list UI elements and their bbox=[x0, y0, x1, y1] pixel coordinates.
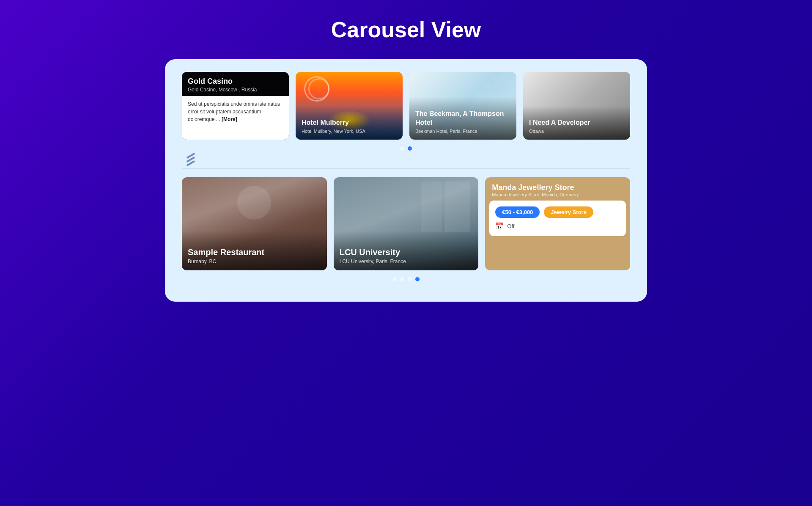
jewelry-header: Manda Jewellery Store Manda Jewellery St… bbox=[485, 177, 630, 201]
top-dot-1[interactable] bbox=[400, 146, 404, 151]
jewelry-tags: €50 - €3,000 Jewelry Store bbox=[495, 206, 620, 218]
jewelry-status: 📅 Off bbox=[495, 222, 620, 230]
jewelry-price-tag: €50 - €3,000 bbox=[495, 206, 540, 218]
top-cards-row: Gold Casino Gold Casino, Moscow , Russia… bbox=[182, 72, 630, 140]
bottom-dot-2[interactable] bbox=[400, 277, 404, 281]
card-beekman-overlay: The Beekman, A Thompson Hotel Beekman Ho… bbox=[409, 97, 516, 140]
bottom-cards-row: Sample Restaurant Burnaby, BC LCU Univer… bbox=[182, 177, 630, 270]
card-jewelry[interactable]: Manda Jewellery Store Manda Jewellery St… bbox=[485, 177, 630, 270]
card-developer-overlay: I Need A Developer Ottawa bbox=[523, 106, 630, 140]
card-gold-header: Gold Casino Gold Casino, Moscow , Russia bbox=[182, 72, 289, 96]
card-beekman[interactable]: The Beekman, A Thompson Hotel Beekman Ho… bbox=[409, 72, 516, 140]
card-university-overlay: LCU University LCU University, Paris, Fr… bbox=[334, 231, 479, 270]
bottom-dot-4[interactable] bbox=[415, 277, 420, 281]
card-university[interactable]: LCU University LCU University, Paris, Fr… bbox=[334, 177, 479, 270]
decorative-lines bbox=[186, 155, 630, 164]
card-beekman-title: The Beekman, A Thompson Hotel bbox=[415, 110, 510, 127]
bottom-carousel-section: Sample Restaurant Burnaby, BC LCU Univer… bbox=[182, 177, 630, 281]
card-hotel-overlay: Hotel Mulberry Hotel Mullbery, New York,… bbox=[296, 106, 403, 140]
jewelry-body: €50 - €3,000 Jewelry Store 📅 Off bbox=[489, 201, 626, 236]
top-carousel-dots bbox=[182, 146, 630, 151]
card-beekman-subtitle: Beekman Hotel, Paris, France bbox=[415, 129, 510, 134]
page-title: Carousel View bbox=[331, 17, 481, 42]
card-hotel-title: Hotel Mulberry bbox=[302, 118, 397, 127]
card-gold-subtitle: Gold Casino, Moscow , Russia bbox=[188, 87, 283, 93]
jewelry-title: Manda Jewellery Store bbox=[492, 183, 623, 192]
card-gold-title: Gold Casino bbox=[188, 77, 283, 86]
jewelry-subtitle: Manda Jewellery Store, Munich, Germany bbox=[492, 192, 623, 197]
jewelry-category-tag: Jewelry Store bbox=[544, 206, 593, 218]
card-university-subtitle: LCU University, Paris, France bbox=[340, 258, 473, 264]
card-gold-casino[interactable]: Gold Casino Gold Casino, Moscow , Russia… bbox=[182, 72, 289, 140]
card-restaurant-title: Sample Restaurant bbox=[188, 248, 321, 257]
card-university-title: LCU University bbox=[340, 248, 473, 257]
top-dot-2[interactable] bbox=[408, 146, 412, 151]
section-divider bbox=[182, 168, 630, 169]
card-gold-more[interactable]: [More] bbox=[222, 116, 237, 122]
carousel-container: Gold Casino Gold Casino, Moscow , Russia… bbox=[165, 59, 647, 302]
jewelry-status-text: Off bbox=[507, 223, 514, 229]
card-hotel-subtitle: Hotel Mullbery, New York, USA bbox=[302, 129, 397, 134]
card-hotel-mulberry[interactable]: Hotel Mulberry Hotel Mullbery, New York,… bbox=[296, 72, 403, 140]
card-developer-title: I Need A Developer bbox=[529, 118, 624, 127]
card-restaurant-subtitle: Burnaby, BC bbox=[188, 258, 321, 264]
card-developer[interactable]: I Need A Developer Ottawa bbox=[523, 72, 630, 140]
card-developer-subtitle: Ottawa bbox=[529, 129, 624, 134]
top-carousel-section: Gold Casino Gold Casino, Moscow , Russia… bbox=[182, 72, 630, 164]
bottom-dot-1[interactable] bbox=[392, 277, 397, 281]
bottom-carousel-dots bbox=[182, 277, 630, 281]
card-restaurant-overlay: Sample Restaurant Burnaby, BC bbox=[182, 231, 327, 270]
card-restaurant[interactable]: Sample Restaurant Burnaby, BC bbox=[182, 177, 327, 270]
bottom-dot-3[interactable] bbox=[408, 277, 412, 281]
calendar-icon: 📅 bbox=[495, 222, 504, 230]
card-gold-body: Sed ut perspiciatis unde omnis iste natu… bbox=[182, 96, 289, 140]
